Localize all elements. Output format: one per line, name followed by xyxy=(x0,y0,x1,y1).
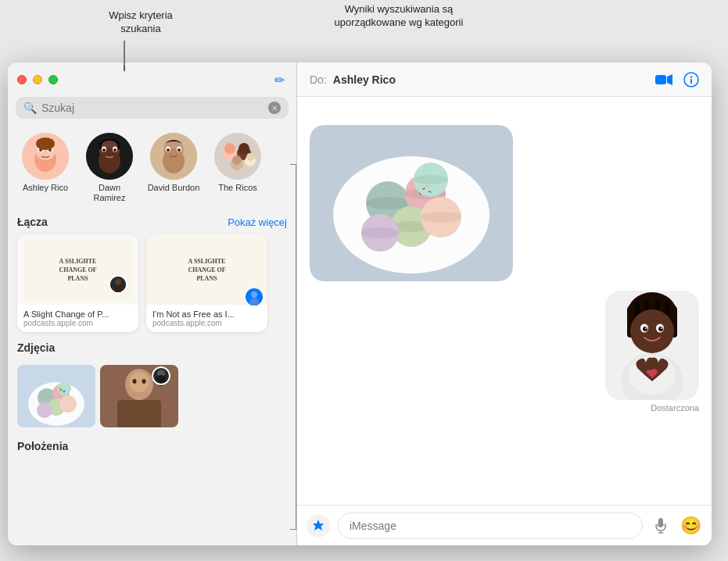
chat-header: Do: Ashley Rico xyxy=(297,63,712,97)
close-button[interactable] xyxy=(17,75,27,84)
photo-thumb-macarons[interactable] xyxy=(17,365,95,427)
titlebar: ✏ xyxy=(8,63,296,97)
maximize-button[interactable] xyxy=(48,75,58,84)
svg-marker-1 xyxy=(124,66,125,72)
svg-point-22 xyxy=(167,148,170,152)
svg-marker-61 xyxy=(667,74,672,85)
svg-point-34 xyxy=(115,279,121,285)
bracket-top xyxy=(290,164,296,165)
delivered-status: Dostarczona xyxy=(651,403,699,413)
input-bar: 😊 xyxy=(297,505,712,545)
info-button[interactable] xyxy=(683,72,699,88)
contact-avatar-david xyxy=(150,133,197,180)
macaron-image-bubble xyxy=(310,125,513,281)
contact-name-ashley: Ashley Rico xyxy=(23,183,68,193)
svg-rect-100 xyxy=(658,518,663,527)
svg-point-44 xyxy=(37,402,52,418)
svg-point-91 xyxy=(630,309,674,353)
contact-ricos[interactable]: The Ricos xyxy=(210,133,266,203)
minimize-button[interactable] xyxy=(33,75,42,84)
person-image xyxy=(100,365,178,427)
contact-dawn[interactable]: Dawn Ramirez xyxy=(81,133,138,203)
contact-avatar-ashley xyxy=(22,133,69,180)
image-message xyxy=(310,125,699,281)
svg-point-32 xyxy=(246,153,254,161)
svg-point-78 xyxy=(414,175,448,184)
link-domain-1: podcasts.apple.com xyxy=(152,319,261,327)
david-avatar-svg xyxy=(150,133,197,180)
svg-point-95 xyxy=(658,327,663,331)
compose-button[interactable]: ✏ xyxy=(271,72,287,88)
contact-david[interactable]: David Burdon xyxy=(145,133,202,203)
search-bar: 🔍 ✕ xyxy=(16,97,289,119)
link-title-1: I'm Not as Free as I... xyxy=(152,309,261,319)
svg-point-96 xyxy=(645,327,647,329)
macaron-image xyxy=(17,365,95,427)
svg-point-15 xyxy=(102,148,106,152)
photos-section-header: Zdjęcia xyxy=(17,341,287,359)
ricos-avatar-svg xyxy=(214,133,261,180)
svg-rect-64 xyxy=(690,79,692,84)
video-call-button[interactable] xyxy=(655,73,672,86)
svg-point-9 xyxy=(36,138,55,150)
search-input[interactable] xyxy=(41,102,264,114)
link-badge-1 xyxy=(246,283,263,300)
memoji-bubble xyxy=(605,291,699,400)
svg-point-76 xyxy=(421,212,461,223)
search-clear-button[interactable]: ✕ xyxy=(268,102,281,114)
link-info-0: A Slight Change of P... podcasts.apple.c… xyxy=(17,305,138,332)
contact-avatar-ricos xyxy=(214,133,261,180)
annotation-right: Wyniki wyszukiwania są uporządkowane wg … xyxy=(313,3,485,30)
svg-point-55 xyxy=(142,379,146,384)
svg-point-94 xyxy=(643,327,647,331)
app-store-button[interactable] xyxy=(307,514,330,538)
link-thumb-content-0: A SSLIGHTECHANGE OFPLANS xyxy=(17,234,138,305)
chat-to-label: Do: xyxy=(310,73,327,86)
svg-rect-52 xyxy=(117,400,161,427)
photos-row xyxy=(17,365,287,427)
contact-name-ricos: The Ricos xyxy=(218,183,257,193)
search-icon: 🔍 xyxy=(23,102,37,114)
link-card-1[interactable]: A SSLIGHTECHANGE OFPLANS I'm Not as Free… xyxy=(146,234,267,332)
chat-messages: Dostarczona xyxy=(297,97,712,505)
svg-point-23 xyxy=(178,148,181,152)
chat-header-icons xyxy=(655,72,699,88)
links-section-header: Łącza Pokaż więcej xyxy=(8,213,296,234)
links-row: A SSLIGHTECHANGE OFPLANS A xyxy=(8,234,296,341)
link-card-0[interactable]: A SSLIGHTECHANGE OFPLANS A xyxy=(17,234,138,332)
emoji-button[interactable]: 😊 xyxy=(679,514,702,538)
contact-ashley[interactable]: Ashley Rico xyxy=(17,133,74,203)
svg-point-54 xyxy=(133,379,137,384)
memoji-svg xyxy=(605,291,699,400)
svg-point-53 xyxy=(129,372,149,392)
link-domain-0: podcasts.apple.com xyxy=(23,319,132,327)
contact-name-dawn: Dawn Ramirez xyxy=(81,183,138,203)
photo-thumb-person[interactable] xyxy=(100,365,178,427)
annotation-left-line xyxy=(124,41,125,72)
photos-title: Zdjęcia xyxy=(17,341,55,354)
link-badge-0 xyxy=(109,275,127,294)
macaron-chat-image xyxy=(310,125,513,281)
left-panel: ✏ 🔍 ✕ xyxy=(8,63,297,545)
dawn-avatar-svg xyxy=(86,133,133,180)
svg-point-28 xyxy=(238,143,249,154)
svg-point-12 xyxy=(99,148,120,173)
svg-point-48 xyxy=(63,391,66,393)
links-more-button[interactable]: Pokaż więcej xyxy=(228,216,287,228)
ashley-avatar-svg xyxy=(22,133,69,180)
right-panel: Do: Ashley Rico xyxy=(297,63,712,545)
link-title-0: A Slight Change of P... xyxy=(23,309,132,319)
link-thumb-1: A SSLIGHTECHANGE OFPLANS xyxy=(146,234,267,305)
memoji-message-wrap: Dostarczona xyxy=(310,291,699,413)
svg-point-97 xyxy=(661,327,662,329)
link-thumb-0: A SSLIGHTECHANGE OFPLANS xyxy=(17,234,138,305)
audio-button[interactable] xyxy=(651,516,671,536)
message-input[interactable] xyxy=(338,513,643,539)
svg-point-16 xyxy=(113,148,117,152)
svg-point-45 xyxy=(59,395,77,413)
app-window: ✏ 🔍 ✕ xyxy=(8,63,712,545)
svg-point-19 xyxy=(163,148,185,173)
bracket-line xyxy=(295,164,296,530)
svg-point-37 xyxy=(251,291,257,298)
svg-point-49 xyxy=(59,388,61,390)
